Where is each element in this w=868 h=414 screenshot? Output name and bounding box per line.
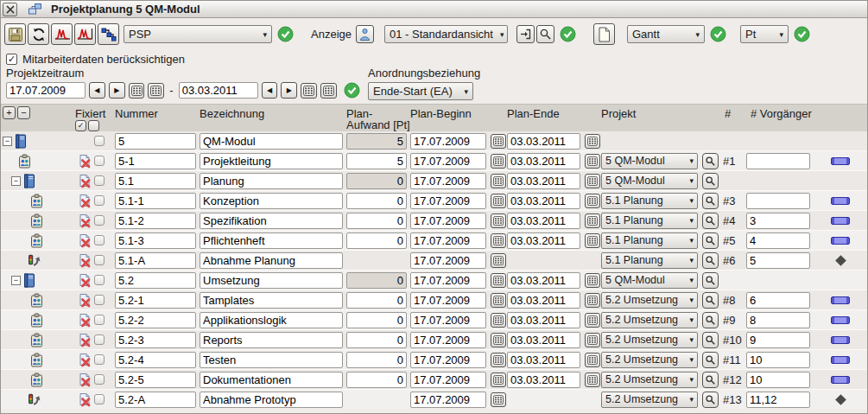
fixiert-checkbox[interactable] [94, 394, 105, 404]
projekt-select[interactable]: 5.2 Umsetzung ▾ [601, 292, 698, 309]
collapse-toggle[interactable]: − [3, 137, 12, 146]
plan-beginn-input[interactable] [410, 213, 486, 229]
plan-beginn-calendar-button[interactable] [491, 273, 506, 288]
start-calendar2-button[interactable] [148, 83, 164, 99]
projekt-select[interactable]: 5.2 Umsetzung ▾ [601, 312, 698, 328]
aufwand-input[interactable] [346, 153, 407, 169]
bezeichnung-input[interactable] [200, 332, 343, 348]
delete-row-button[interactable] [75, 194, 94, 208]
bezeichnung-input[interactable] [200, 352, 343, 368]
start-prev-button[interactable]: ◀ [89, 82, 105, 99]
nummer-input[interactable] [115, 173, 196, 189]
plan-ende-input[interactable] [507, 213, 580, 229]
projekt-search-button[interactable] [702, 312, 719, 328]
psp-select[interactable]: PSP ▾ [124, 25, 272, 43]
aufwand-input[interactable] [346, 272, 407, 289]
projekt-select[interactable]: 5 QM-Modul ▾ [601, 272, 698, 289]
plan-beginn-calendar-button[interactable] [491, 213, 506, 228]
projekt-select[interactable]: 5 QM-Modul ▾ [601, 153, 698, 169]
new-document-button[interactable] [593, 23, 615, 45]
plan-beginn-input[interactable] [410, 392, 486, 408]
fixiert-checkbox[interactable] [94, 295, 105, 305]
plan-beginn-input[interactable] [410, 292, 486, 309]
plan-ende-input[interactable] [507, 312, 580, 328]
projekt-select[interactable]: 5.2 Umsetzung ▾ [601, 392, 698, 408]
plan-beginn-calendar-button[interactable] [491, 313, 506, 328]
collapse-all-button[interactable]: − [17, 106, 30, 119]
delete-row-button[interactable] [75, 293, 94, 308]
plan-ende-calendar-button[interactable] [585, 194, 600, 208]
vorgaenger-input[interactable] [746, 153, 810, 169]
aufwand-input[interactable] [346, 312, 407, 328]
plan-beginn-input[interactable] [410, 173, 486, 189]
aufwand-input[interactable] [346, 352, 407, 368]
bezeichnung-input[interactable] [200, 213, 343, 229]
vorgaenger-input[interactable] [746, 352, 810, 368]
plan-ende-input[interactable] [507, 292, 580, 309]
plan-ende-calendar-button[interactable] [585, 373, 600, 387]
mitarbeiter-checkbox[interactable]: ✓ [6, 54, 17, 65]
bezeichnung-input[interactable] [200, 232, 343, 249]
start-calendar-button[interactable] [129, 83, 145, 99]
fixiert-checkbox[interactable] [94, 315, 105, 325]
plan-beginn-input[interactable] [410, 272, 486, 289]
close-button[interactable] [3, 3, 17, 16]
refresh-button[interactable] [28, 23, 49, 45]
nummer-input[interactable] [115, 392, 196, 408]
plan-ende-calendar-button[interactable] [585, 134, 600, 149]
projekt-search-button[interactable] [702, 352, 719, 368]
aufwand-input[interactable] [346, 372, 407, 388]
aufwand-input[interactable] [346, 193, 407, 209]
plan-beginn-input[interactable] [410, 252, 486, 269]
plan-ende-calendar-button[interactable] [585, 154, 600, 169]
end-prev-button[interactable]: ◀ [262, 82, 278, 99]
period-end-input[interactable] [179, 82, 258, 99]
aufwand-input[interactable] [346, 213, 407, 229]
vorgaenger-input[interactable] [746, 392, 810, 408]
histogram-button[interactable] [51, 23, 73, 45]
plan-ende-input[interactable] [507, 352, 580, 368]
ansicht-select[interactable]: 01 - Standardansicht ▾ [384, 25, 508, 43]
fixiert-checkbox[interactable] [94, 136, 105, 146]
apply-period-button[interactable] [344, 82, 360, 99]
projekt-select[interactable]: 5.1 Planung ▾ [601, 252, 698, 269]
plan-beginn-calendar-button[interactable] [491, 253, 506, 268]
plan-beginn-calendar-button[interactable] [491, 194, 506, 208]
plan-beginn-input[interactable] [410, 312, 486, 328]
plan-beginn-input[interactable] [410, 232, 486, 249]
goto-view-button[interactable] [516, 25, 535, 43]
anordnungsbeziehung-select[interactable]: Ende-Start (EA) ▾ [368, 82, 473, 100]
bezeichnung-input[interactable] [200, 392, 343, 408]
plan-ende-input[interactable] [507, 272, 580, 289]
fixiert-checkbox[interactable] [94, 255, 105, 265]
nummer-input[interactable] [115, 232, 196, 249]
plan-beginn-input[interactable] [410, 372, 486, 388]
plan-ende-calendar-button[interactable] [585, 353, 600, 367]
view-person-button[interactable] [356, 25, 374, 43]
plan-beginn-calendar-button[interactable] [491, 174, 506, 188]
aufwand-input[interactable] [346, 133, 407, 150]
fixiert-checkbox[interactable] [94, 275, 105, 285]
period-start-input[interactable] [6, 82, 86, 99]
apply-view-button[interactable] [560, 26, 576, 42]
projekt-select[interactable]: 5 QM-Modul ▾ [601, 173, 698, 189]
nummer-input[interactable] [115, 272, 196, 289]
projekt-search-button[interactable] [702, 252, 719, 269]
apply-psp-button[interactable] [277, 26, 294, 42]
plan-ende-calendar-button[interactable] [585, 313, 600, 328]
plan-ende-input[interactable] [507, 232, 580, 249]
plan-beginn-input[interactable] [410, 193, 486, 209]
plan-beginn-input[interactable] [410, 332, 486, 348]
fixiert-checkbox[interactable] [94, 334, 105, 345]
vorgaenger-input[interactable] [746, 292, 810, 309]
bezeichnung-input[interactable] [200, 292, 343, 309]
expand-all-button[interactable]: + [3, 106, 16, 119]
plan-ende-calendar-button[interactable] [585, 273, 600, 288]
plan-beginn-calendar-button[interactable] [491, 233, 506, 248]
projekt-search-button[interactable] [702, 272, 719, 289]
vorgaenger-input[interactable] [746, 213, 810, 229]
aufwand-input[interactable] [346, 332, 407, 348]
apply-gantt-button[interactable] [710, 26, 726, 42]
aufwand-input[interactable] [346, 173, 407, 189]
plan-beginn-calendar-button[interactable] [491, 353, 506, 367]
